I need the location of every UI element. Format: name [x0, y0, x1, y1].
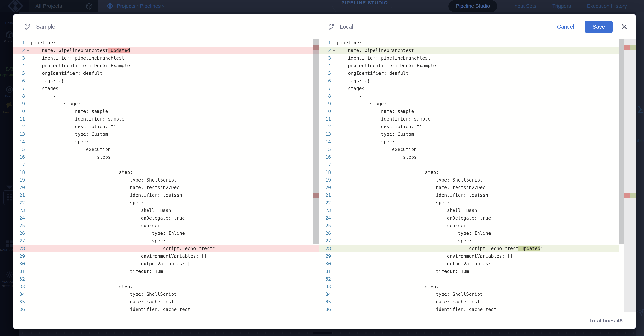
code-line-10: 10 name: sample [319, 108, 620, 115]
right-pane-title-text: Local [340, 24, 354, 30]
close-icon[interactable] [620, 23, 629, 31]
top-navigation-bar: All Projects Projects › Pipelines › PIPE… [0, 0, 644, 12]
diff-sign [25, 207, 31, 214]
code-text: projectIdentifier: DocGitExample [31, 62, 130, 70]
canvas-node-placeholder [313, 332, 332, 334]
diff-sign [25, 115, 31, 123]
line-number: 28 [319, 245, 331, 252]
diff-sign [25, 306, 31, 312]
total-lines-label: Total lines 48 [589, 312, 622, 329]
code-line-5: 5 orgIdentifier: deafult [319, 70, 620, 77]
code-line-34: 34 type: ShellScript [13, 290, 319, 298]
code-line-17: 17 - [319, 161, 620, 169]
code-line-4: 4 projectIdentifier: DocGitExample [13, 62, 319, 70]
tab-input-sets[interactable]: Input Sets [513, 3, 536, 9]
diff-sign [25, 268, 31, 275]
indent-guides [337, 85, 338, 92]
diff-marker [630, 45, 636, 51]
code-line-21: 21 identifier: testssh [13, 192, 319, 199]
code-line-12: 12 description: "" [13, 123, 319, 130]
code-line-19: 19 type: ShellScript [319, 176, 620, 184]
code-text: onDelegate: true [337, 214, 491, 222]
studio-tabs: Pipeline Studio Input Sets Triggers Exec… [448, 0, 627, 12]
code-line-36: 36 identifier: cache_test [13, 306, 319, 312]
diff-sign [25, 130, 31, 138]
line-number: 14 [319, 138, 331, 146]
indent-guides [337, 283, 414, 290]
code-line-5: 5 orgIdentifier: deafult [13, 70, 319, 77]
code-line-7: 7 stages: [13, 85, 319, 92]
diff-sign [25, 85, 31, 92]
line-number: 24 [319, 214, 331, 222]
original-code-pane[interactable]: 1pipeline:2- name: pipelinebranchtest_up… [13, 39, 319, 312]
left-scrollbar-thumb[interactable] [314, 39, 318, 244]
project-selector[interactable]: All Projects [28, 0, 98, 12]
diff-sign [25, 275, 31, 283]
save-button[interactable]: Save [585, 21, 612, 33]
code-line-31: 31 timeout: 10m [319, 268, 620, 275]
pane-divider [319, 14, 319, 312]
code-line-16: 16 steps: [13, 153, 319, 161]
modal-actions: Cancel Save [557, 14, 629, 39]
code-text: source: [31, 222, 160, 230]
breadcrumb-text: Projects › Pipelines › [117, 3, 164, 9]
code-line-14: 14 spec: [319, 138, 620, 146]
diff-sign [331, 207, 337, 214]
tab-pipeline-studio[interactable]: Pipeline Studio [448, 0, 497, 12]
indent-guides [31, 237, 142, 245]
line-number: 15 [13, 146, 25, 153]
diff-sign [25, 92, 31, 100]
code-line-24: 24 onDelegate: true [319, 214, 620, 222]
diff-sign [331, 77, 337, 85]
code-line-33: 33 step: [319, 283, 620, 290]
cancel-button[interactable]: Cancel [557, 24, 574, 30]
diff-sign [25, 153, 31, 161]
diff-sign [331, 115, 337, 123]
code-line-17: 17 - [13, 161, 319, 169]
code-line-18: 18 step: [319, 169, 620, 176]
code-line-28: 28+ script: echo "test_updated" [319, 245, 620, 252]
diff-sign [25, 283, 31, 290]
diff-sign [331, 260, 337, 268]
git-branch-icon [328, 24, 335, 30]
code-line-25: 25 source: [319, 222, 620, 230]
indent-guides [337, 207, 437, 214]
code-text: name: cache test [31, 298, 174, 306]
line-number: 13 [13, 130, 25, 138]
code-text: identifier: cache_test [31, 306, 190, 312]
indent-guides [337, 184, 426, 192]
code-line-33: 33 step: [13, 283, 319, 290]
line-number: 18 [319, 169, 331, 176]
diff-sign [25, 146, 31, 153]
modified-code-pane[interactable]: 1pipeline:2+ name: pipelinebranchtest3 i… [319, 39, 620, 312]
diff-sign [25, 199, 31, 207]
line-number: 21 [319, 192, 331, 199]
line-number: 8 [13, 92, 25, 100]
diff-sign [331, 290, 337, 298]
diff-sign [25, 260, 31, 268]
line-number: 23 [13, 207, 25, 214]
code-text: name: cache test [337, 298, 480, 306]
code-text: identifier: testssh [31, 192, 182, 199]
breadcrumb[interactable]: Projects › Pipelines › [106, 0, 164, 12]
variables-sigma-icon[interactable]: ∑ [637, 104, 643, 113]
indent-guides [337, 138, 371, 146]
code-text: environmentVariables: [] [337, 252, 513, 260]
right-scrollbar-thumb[interactable] [620, 39, 624, 244]
tab-triggers[interactable]: Triggers [552, 3, 571, 9]
code-line-28: 28- script: echo "test" [13, 245, 319, 252]
run-pipeline-icon[interactable] [636, 308, 644, 316]
line-number: 11 [13, 115, 25, 123]
indent-guides [337, 100, 360, 108]
chevron-down-icon[interactable] [5, 185, 14, 189]
line-number: 27 [319, 237, 331, 245]
line-number: 30 [319, 260, 331, 268]
code-line-21: 21 identifier: testssh [319, 192, 620, 199]
diff-sign [331, 230, 337, 237]
tab-execution-history[interactable]: Execution History [587, 3, 627, 9]
code-line-27: 27 spec: [319, 237, 620, 245]
code-line-4: 4 projectIdentifier: DocGitExample [319, 62, 620, 70]
code-line-24: 24 onDelegate: true [13, 214, 319, 222]
diff-sign: - [25, 245, 31, 252]
word-diff-highlight: _updated [518, 246, 540, 251]
